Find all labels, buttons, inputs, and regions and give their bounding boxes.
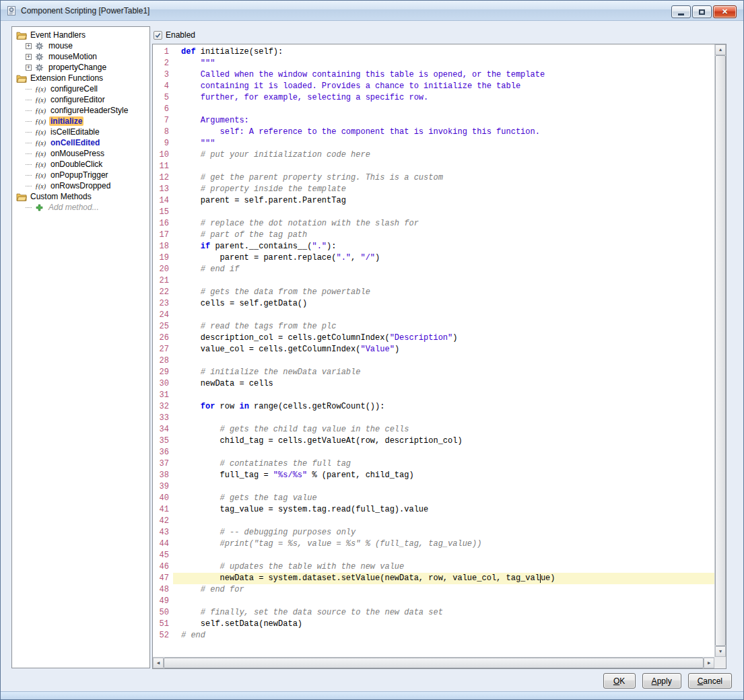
maximize-button[interactable]	[692, 5, 712, 18]
code-line-19[interactable]: parent = parent.replace(".", "/")	[173, 252, 714, 264]
code-line-36[interactable]	[173, 447, 714, 458]
tree-item-mouse[interactable]: +mouse	[12, 40, 149, 51]
code-line-13[interactable]: # property inside the template	[173, 184, 714, 195]
code-line-7[interactable]: Arguments:	[173, 115, 714, 127]
code-line-20[interactable]: # end if	[173, 264, 714, 275]
horizontal-scrollbar[interactable]: ◀ ▶	[153, 657, 714, 668]
tree-item-iscelleditable[interactable]: ƒ(x)isCellEditable	[12, 127, 149, 137]
code-line-39[interactable]	[173, 481, 714, 493]
function-tree[interactable]: Event Handlers+mouse+mouseMotion+propert…	[11, 26, 150, 668]
tree-item-ondoubleclick[interactable]: ƒ(x)onDoubleClick	[12, 159, 149, 170]
enabled-checkbox[interactable]	[154, 31, 162, 40]
code-line-48[interactable]: # end for	[173, 584, 714, 596]
code-line-22[interactable]: # gets the data from the powertable	[173, 287, 714, 298]
tree-connector	[26, 100, 32, 100]
tree-item-propertychange[interactable]: +propertyChange	[12, 62, 149, 73]
script-editor[interactable]: 1234567891011121314151617181920212223242…	[152, 44, 726, 669]
line-number: 40	[153, 493, 169, 504]
horizontal-scroll-track[interactable]	[164, 658, 704, 668]
code-line-29[interactable]: # initialize the newData variable	[173, 367, 714, 378]
code-line-24[interactable]	[173, 310, 714, 321]
code-line-49[interactable]	[173, 596, 714, 607]
code-line-38[interactable]: full_tag = "%s/%s" % (parent, child_tag)	[173, 470, 714, 481]
code-line-17[interactable]: # part of the tag path	[173, 230, 714, 241]
tree-item-event-handlers[interactable]: Event Handlers	[12, 30, 149, 40]
code-line-42[interactable]	[173, 516, 714, 527]
code-line-15[interactable]	[173, 207, 714, 218]
tree-item-oncelledited[interactable]: ƒ(x)onCellEdited	[12, 137, 149, 148]
line-number: 29	[153, 367, 169, 378]
code-line-14[interactable]: parent = self.parent.ParentTag	[173, 195, 714, 207]
tree-connector	[26, 110, 32, 111]
code-line-40[interactable]: # gets the tag value	[173, 493, 714, 504]
code-line-52[interactable]: # end	[173, 630, 714, 641]
minimize-button[interactable]	[671, 5, 691, 18]
apply-button[interactable]: Apply	[642, 673, 681, 689]
code-line-41[interactable]: tag_value = system.tag.read(full_tag).va…	[173, 504, 714, 516]
code-line-50[interactable]: # finally, set the data source to the ne…	[173, 607, 714, 619]
tree-item-custom-methods[interactable]: Custom Methods	[12, 191, 149, 202]
code-line-34[interactable]: # gets the child tag value in the cells	[173, 424, 714, 435]
code-line-16[interactable]: # replace the dot notation with the slas…	[173, 218, 714, 230]
code-line-27[interactable]: value_col = cells.getColumnIndex("Value"…	[173, 344, 714, 355]
tree-item-add-method[interactable]: Add method...	[12, 202, 149, 213]
code-line-3[interactable]: Called when the window containing this t…	[173, 69, 714, 81]
code-line-51[interactable]: self.setData(newData)	[173, 619, 714, 630]
vertical-scrollbar[interactable]: ▲ ▼	[714, 44, 726, 657]
horizontal-scroll-thumb[interactable]	[164, 658, 704, 668]
tree-item-configureheaderstyle[interactable]: ƒ(x)configureHeaderStyle	[12, 105, 149, 116]
code-line-44[interactable]: #print("tag = %s, value = %s" % (full_ta…	[173, 538, 714, 550]
code-line-12[interactable]: # get the parent property string. This i…	[173, 172, 714, 184]
code-line-25[interactable]: # read the tags from the plc	[173, 321, 714, 332]
expand-toggle-icon[interactable]: +	[26, 54, 32, 60]
code-line-28[interactable]	[173, 355, 714, 367]
scroll-up-icon[interactable]: ▲	[715, 44, 726, 55]
code-line-1[interactable]: def initialize(self):	[173, 46, 714, 58]
code-line-4[interactable]: containing it is loaded. Provides a chan…	[173, 81, 714, 92]
code-line-21[interactable]	[173, 275, 714, 287]
code-line-6[interactable]	[173, 104, 714, 115]
code-line-30[interactable]: newData = cells	[173, 378, 714, 390]
code-line-18[interactable]: if parent.__contains__("."):	[173, 241, 714, 252]
code-line-8[interactable]: self: A reference to the component that …	[173, 127, 714, 138]
cancel-button[interactable]: Cancel	[688, 673, 732, 689]
tree-item-onpopuptrigger[interactable]: ƒ(x)onPopupTrigger	[12, 170, 149, 180]
tree-item-mousemotion[interactable]: +mouseMotion	[12, 51, 149, 62]
scroll-down-icon[interactable]: ▼	[715, 646, 726, 657]
line-number: 15	[153, 207, 169, 218]
tree-item-configurecell[interactable]: ƒ(x)configureCell	[12, 83, 149, 94]
vertical-scroll-track[interactable]	[715, 55, 726, 646]
code-line-43[interactable]: # -- debugging purposes only	[173, 527, 714, 538]
code-line-35[interactable]: child_tag = cells.getValueAt(row, descri…	[173, 435, 714, 447]
code-line-26[interactable]: description_col = cells.getColumnIndex("…	[173, 332, 714, 344]
line-number: 44	[153, 538, 169, 550]
scroll-right-icon[interactable]: ▶	[704, 658, 714, 668]
code-line-11[interactable]	[173, 161, 714, 172]
vertical-scroll-thumb[interactable]	[715, 55, 726, 646]
code-line-45[interactable]	[173, 550, 714, 561]
code-line-10[interactable]: # put your initialization code here	[173, 149, 714, 161]
code-line-32[interactable]: for row in range(cells.getRowCount()):	[173, 401, 714, 413]
code-line-5[interactable]: further, for example, selecting a specif…	[173, 92, 714, 104]
code-area[interactable]: def initialize(self): """ Called when th…	[173, 44, 714, 657]
ok-button[interactable]: OK	[603, 673, 636, 689]
code-line-2[interactable]: """	[173, 58, 714, 69]
code-line-31[interactable]	[173, 390, 714, 401]
code-line-33[interactable]	[173, 413, 714, 424]
scroll-left-icon[interactable]: ◀	[153, 658, 164, 668]
code-line-9[interactable]: """	[173, 138, 714, 149]
code-line-47[interactable]: newData = system.dataset.setValue(newDat…	[173, 573, 714, 584]
tree-item-initialize[interactable]: ƒ(x)initialize	[12, 116, 149, 127]
tree-item-configureeditor[interactable]: ƒ(x)configureEditor	[12, 94, 149, 105]
code-line-37[interactable]: # contatinates the full tag	[173, 458, 714, 470]
expand-toggle-icon[interactable]: +	[26, 65, 32, 71]
tree-item-onrowsdropped[interactable]: ƒ(x)onRowsDropped	[12, 180, 149, 191]
tree-item-onmousepress[interactable]: ƒ(x)onMousePress	[12, 148, 149, 159]
code-line-46[interactable]: # updates the table with the new value	[173, 561, 714, 573]
tree-item-extension-functions[interactable]: Extension Functions	[12, 73, 149, 83]
titlebar[interactable]: Component Scripting [PowerTable1] ✕	[1, 1, 743, 21]
close-button[interactable]: ✕	[713, 5, 737, 18]
tree-item-label: Custom Methods	[29, 192, 93, 201]
code-line-23[interactable]: cells = self.getData()	[173, 298, 714, 310]
expand-toggle-icon[interactable]: +	[26, 43, 32, 49]
